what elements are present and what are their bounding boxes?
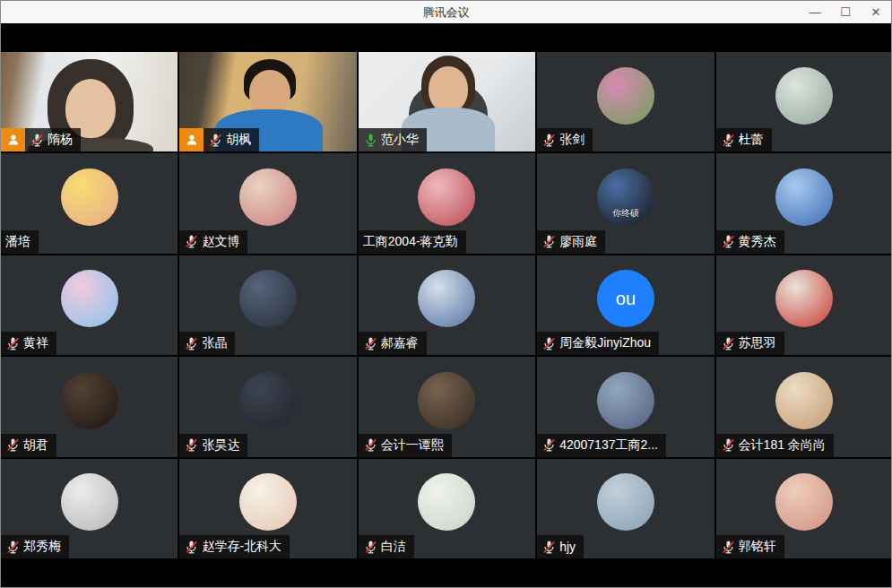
participant-tile-15[interactable]: 苏思羽 — [716, 255, 892, 355]
mic-muted-icon — [184, 336, 199, 351]
participant-tile-16[interactable]: 胡君 — [1, 357, 178, 456]
participant-tile-8[interactable]: 工商2004-蒋克勤 — [359, 153, 535, 253]
participant-tile-3[interactable]: 范小华 — [359, 52, 535, 151]
mic-muted-icon — [30, 133, 45, 148]
participant-label: hjy — [537, 535, 584, 558]
participant-name: 张剑 — [559, 132, 585, 148]
avatar-text: 你终硕 — [597, 207, 654, 220]
avatar — [775, 473, 833, 531]
participant-name: 工商2004-蒋克勤 — [363, 234, 458, 250]
participant-tile-4[interactable]: 张剑 — [537, 52, 714, 151]
mic-muted-icon — [541, 133, 557, 148]
maximize-icon: ☐ — [840, 5, 851, 19]
participant-name: 张晶 — [202, 335, 227, 351]
participant-name: 廖雨庭 — [559, 234, 597, 250]
close-icon: ✕ — [871, 5, 881, 19]
mic-muted-icon — [541, 437, 557, 453]
participant-name: 郑秀梅 — [23, 539, 61, 555]
participant-tile-21[interactable]: 郑秀梅 — [1, 459, 178, 558]
mic-muted-icon — [184, 540, 199, 555]
participant-name: 黄祥 — [23, 335, 48, 351]
participant-label: 赵文博 — [179, 230, 247, 254]
avatar — [418, 169, 475, 226]
participant-tile-1[interactable]: 隋杨 — [1, 52, 178, 151]
maximize-button[interactable]: ☐ — [830, 1, 861, 23]
participant-name: 苏思羽 — [739, 335, 776, 351]
participant-tile-19[interactable]: 42007137工商2... — [537, 357, 714, 456]
participant-label: 潘培 — [1, 230, 39, 254]
participant-label: 工商2004-蒋克勤 — [359, 230, 466, 254]
participant-tile-10[interactable]: 黄秀杰 — [716, 153, 892, 253]
avatar — [61, 270, 118, 327]
participant-name: 赵文博 — [202, 234, 239, 250]
mic-muted-icon — [184, 437, 199, 453]
participant-tile-2[interactable]: 胡枫 — [179, 52, 356, 151]
avatar: ou — [597, 270, 654, 327]
participant-name: 隋杨 — [48, 132, 73, 148]
participant-name: 会计一谭熙 — [381, 437, 444, 454]
mic-muted-icon — [721, 437, 736, 453]
participant-tile-17[interactable]: 张昊达 — [179, 357, 356, 456]
participant-label: 苏思羽 — [716, 332, 784, 355]
participant-tile-25[interactable]: 郭铭轩 — [716, 459, 892, 558]
mic-muted-icon — [541, 336, 557, 351]
participant-label: 会计181 余尚尚 — [716, 434, 834, 457]
avatar — [597, 67, 654, 125]
mic-muted-icon — [721, 540, 736, 555]
avatar — [418, 270, 475, 327]
avatar — [418, 372, 475, 429]
participant-grid: 隋杨 胡枫 — [1, 52, 892, 558]
mic-muted-icon — [5, 540, 21, 555]
participant-tile-9[interactable]: 你终硕 廖雨庭 — [537, 153, 714, 253]
participant-tile-22[interactable]: 赵学存-北科大 — [179, 459, 356, 558]
host-badge-icon — [1, 128, 25, 151]
participant-name: 杜蕾 — [739, 132, 764, 148]
window-title: 腾讯会议 — [1, 4, 891, 21]
app-window: 腾讯会议 — ☐ ✕ — [0, 0, 892, 588]
participant-tile-18[interactable]: 会计一谭熙 — [359, 357, 535, 456]
participant-tile-12[interactable]: 张晶 — [179, 255, 356, 355]
participant-label: 42007137工商2... — [537, 434, 666, 457]
close-button[interactable]: ✕ — [861, 1, 891, 23]
participant-label: 郭铭轩 — [716, 535, 784, 558]
participant-label: 黄祥 — [1, 332, 56, 355]
participant-name: 周金毅JinyiZhou — [559, 335, 651, 351]
mic-muted-icon — [208, 133, 223, 148]
mic-muted-icon — [5, 336, 21, 351]
participant-tile-5[interactable]: 杜蕾 — [716, 52, 892, 151]
mic-muted-icon — [721, 234, 736, 249]
participant-tile-24[interactable]: hjy — [537, 459, 714, 558]
avatar — [775, 67, 833, 125]
participant-tile-23[interactable]: 白洁 — [359, 459, 535, 558]
participant-tile-11[interactable]: 黄祥 — [1, 255, 178, 355]
participant-label: 胡君 — [1, 434, 56, 457]
avatar — [239, 473, 297, 531]
participant-name: 郝嘉睿 — [381, 335, 419, 351]
avatar — [239, 372, 297, 429]
avatar — [239, 169, 297, 226]
participant-tile-20[interactable]: 会计181 余尚尚 — [716, 357, 892, 456]
mic-muted-icon — [363, 437, 378, 453]
avatar — [61, 169, 118, 226]
participant-name: 张昊达 — [202, 437, 239, 454]
participant-name: 赵学存-北科大 — [202, 539, 281, 555]
avatar — [61, 473, 118, 531]
mic-muted-icon — [363, 540, 378, 555]
participant-tile-13[interactable]: 郝嘉睿 — [359, 255, 535, 355]
mic-muted-icon — [184, 234, 199, 249]
participant-label: 赵学存-北科大 — [179, 535, 290, 558]
participant-name: hjy — [559, 540, 576, 554]
minimize-button[interactable]: — — [800, 1, 830, 23]
participant-label: 胡枫 — [204, 128, 259, 151]
mic-muted-icon — [541, 540, 557, 555]
participant-label: 杜蕾 — [716, 128, 772, 151]
participant-tile-6[interactable]: 潘培 — [1, 153, 178, 253]
avatar — [418, 473, 475, 531]
participant-tile-7[interactable]: 赵文博 — [179, 153, 356, 253]
title-bar[interactable]: 腾讯会议 — ☐ ✕ — [1, 1, 891, 23]
participant-name: 潘培 — [5, 234, 30, 250]
participant-name: 会计181 余尚尚 — [739, 437, 826, 454]
avatar: 你终硕 — [597, 169, 654, 226]
mic-muted-icon — [541, 234, 557, 249]
participant-tile-14[interactable]: ou 周金毅JinyiZhou — [537, 255, 714, 355]
